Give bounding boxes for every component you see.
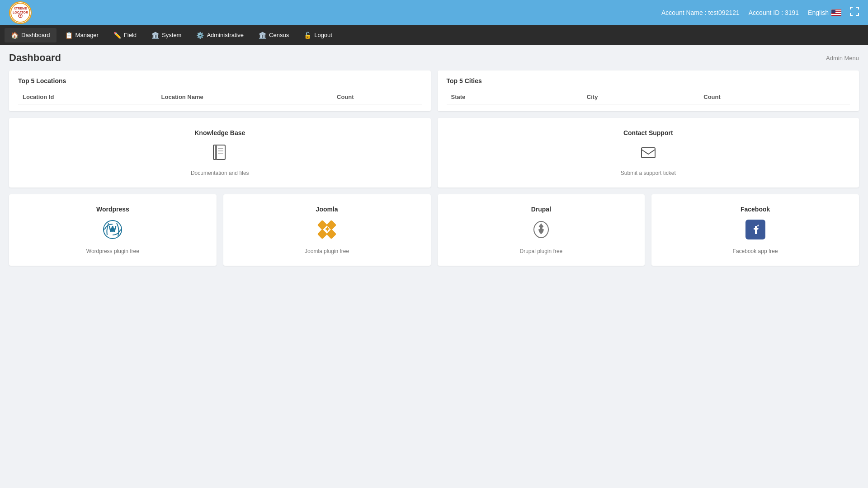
fullscreen-button[interactable] bbox=[850, 7, 859, 18]
svg-rect-8 bbox=[831, 14, 841, 15]
svg-rect-10 bbox=[213, 145, 225, 160]
nav-label-manager: Manager bbox=[75, 32, 99, 38]
plugin-row: Wordpress W Wordpress plugin free Joomla bbox=[9, 194, 859, 266]
drupal-title: Drupal bbox=[447, 206, 636, 213]
account-name: Account Name : test092121 bbox=[661, 9, 740, 16]
col-count: Count bbox=[332, 90, 422, 104]
col-count: Count bbox=[699, 90, 850, 104]
top5-locations-table: Location Id Location Name Count bbox=[18, 90, 422, 104]
nav-item-manager[interactable]: 📋 Manager bbox=[59, 28, 105, 42]
contact-support-card[interactable]: Contact Support Submit a support ticket bbox=[438, 118, 859, 188]
manager-icon: 📋 bbox=[65, 32, 73, 39]
top5-cities-title: Top 5 Cities bbox=[447, 77, 850, 84]
system-icon: 🏛️ bbox=[151, 32, 159, 39]
contact-support-title: Contact Support bbox=[447, 129, 850, 136]
svg-rect-15 bbox=[642, 148, 655, 158]
field-icon: ✏️ bbox=[113, 32, 121, 39]
nav-label-dashboard: Dashboard bbox=[21, 32, 50, 38]
facebook-icon bbox=[660, 220, 850, 244]
drupal-icon bbox=[447, 220, 636, 244]
nav-item-administrative[interactable]: ⚙️ Administrative bbox=[190, 28, 250, 42]
drupal-desc: Drupal plugin free bbox=[447, 248, 636, 254]
logo: XTREME LOCATOR bbox=[9, 1, 32, 24]
page-title: Dashboard bbox=[9, 52, 61, 64]
top5-locations-title: Top 5 Locations bbox=[18, 77, 422, 84]
svg-point-4 bbox=[20, 15, 21, 16]
admin-menu-link[interactable]: Admin Menu bbox=[826, 55, 859, 61]
administrative-icon: ⚙️ bbox=[196, 32, 204, 39]
contact-support-icon bbox=[447, 143, 850, 165]
svg-point-24 bbox=[538, 227, 540, 230]
svg-rect-11 bbox=[215, 145, 217, 160]
top-bar: XTREME LOCATOR Account Name : test092121… bbox=[0, 0, 868, 25]
nav-bar: 🏠 Dashboard 📋 Manager ✏️ Field 🏛️ System… bbox=[0, 25, 868, 45]
contact-support-desc: Submit a support ticket bbox=[447, 170, 850, 176]
col-location-name: Location Name bbox=[157, 90, 332, 104]
nav-label-system: System bbox=[162, 32, 181, 38]
dashboard-grid: Top 5 Locations Location Id Location Nam… bbox=[9, 70, 859, 111]
top-right-info: Account Name : test092121 Account ID : 3… bbox=[661, 7, 859, 18]
top5-locations-card: Top 5 Locations Location Id Location Nam… bbox=[9, 70, 431, 111]
knowledge-base-title: Knowledge Base bbox=[18, 129, 422, 136]
svg-text:W: W bbox=[109, 225, 117, 234]
wordpress-title: Wordpress bbox=[18, 206, 208, 213]
nav-item-system[interactable]: 🏛️ System bbox=[145, 28, 188, 42]
logout-icon: 🔓 bbox=[304, 32, 311, 39]
top5-cities-table: State City Count bbox=[447, 90, 850, 104]
svg-point-25 bbox=[542, 227, 544, 230]
dashboard-icon: 🏠 bbox=[11, 32, 19, 39]
nav-item-census[interactable]: 🏛️ Census bbox=[252, 28, 295, 42]
language-selector[interactable]: English bbox=[808, 9, 841, 16]
info-row: Knowledge Base Documentation and files C… bbox=[9, 118, 859, 188]
nav-label-logout: Logout bbox=[314, 32, 332, 38]
nav-item-logout[interactable]: 🔓 Logout bbox=[297, 28, 339, 42]
svg-text:✦: ✦ bbox=[324, 225, 330, 233]
drupal-card[interactable]: Drupal Drupal plugin free bbox=[438, 194, 645, 266]
col-city: City bbox=[582, 90, 699, 104]
knowledge-base-icon bbox=[18, 143, 422, 165]
table-header-row: State City Count bbox=[447, 90, 850, 104]
wordpress-icon: W bbox=[18, 220, 208, 244]
knowledge-base-card[interactable]: Knowledge Base Documentation and files bbox=[9, 118, 431, 188]
facebook-title: Facebook bbox=[660, 206, 850, 213]
joomla-desc: Joomla plugin free bbox=[232, 248, 422, 254]
nav-item-dashboard[interactable]: 🏠 Dashboard bbox=[5, 28, 57, 42]
account-id: Account ID : 3191 bbox=[749, 9, 799, 16]
svg-text:XTREME: XTREME bbox=[14, 7, 27, 10]
page-header: Dashboard Admin Menu bbox=[9, 52, 859, 64]
knowledge-base-desc: Documentation and files bbox=[18, 170, 422, 176]
logo-image: XTREME LOCATOR bbox=[9, 1, 32, 24]
col-state: State bbox=[447, 90, 582, 104]
nav-label-administrative: Administrative bbox=[207, 32, 244, 38]
flag-icon bbox=[831, 9, 841, 16]
language-label: English bbox=[808, 9, 829, 16]
census-icon: 🏛️ bbox=[259, 32, 266, 39]
top5-cities-card: Top 5 Cities State City Count bbox=[438, 70, 859, 111]
nav-label-field: Field bbox=[124, 32, 137, 38]
col-location-id: Location Id bbox=[18, 90, 157, 104]
wordpress-desc: Wordpress plugin free bbox=[18, 248, 208, 254]
facebook-card[interactable]: Facebook Facebook app free bbox=[651, 194, 859, 266]
wordpress-card[interactable]: Wordpress W Wordpress plugin free bbox=[9, 194, 217, 266]
svg-rect-9 bbox=[831, 9, 835, 13]
nav-item-field[interactable]: ✏️ Field bbox=[107, 28, 143, 42]
facebook-desc: Facebook app free bbox=[660, 248, 850, 254]
joomla-card[interactable]: Joomla ✦ Joomla plugin free bbox=[223, 194, 431, 266]
joomla-icon: ✦ bbox=[232, 220, 422, 244]
page-content: Dashboard Admin Menu Top 5 Locations Loc… bbox=[0, 45, 868, 488]
nav-label-census: Census bbox=[269, 32, 289, 38]
table-header-row: Location Id Location Name Count bbox=[18, 90, 422, 104]
svg-text:LOCATOR: LOCATOR bbox=[13, 11, 28, 14]
joomla-title: Joomla bbox=[232, 206, 422, 213]
